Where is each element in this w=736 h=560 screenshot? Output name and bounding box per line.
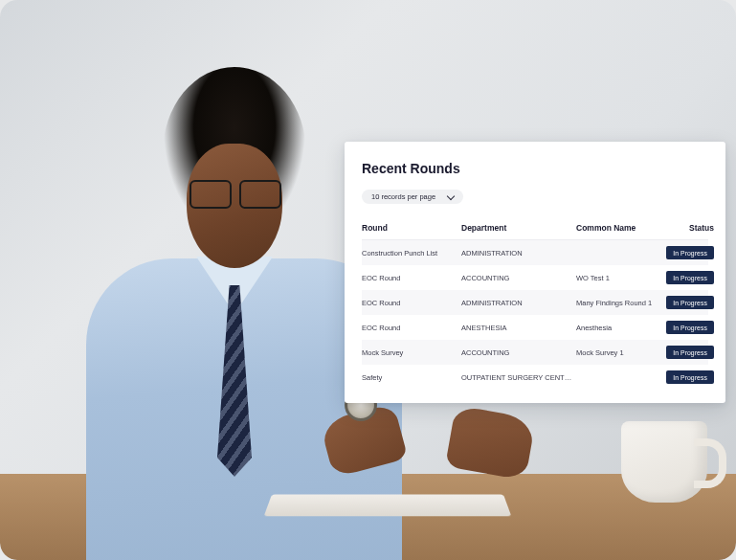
col-status[interactable]: Status — [664, 223, 714, 233]
cell-status: In Progress — [664, 346, 714, 359]
cell-common-name: Many Findings Round 1 — [576, 299, 664, 307]
table-row[interactable]: EOC RoundANESTHESIAAnesthesiaIn Progress — [362, 315, 708, 340]
cell-round: EOC Round — [362, 299, 461, 307]
coffee-mug — [621, 421, 707, 503]
table-header: Round Department Common Name Status — [362, 217, 708, 240]
cell-department: ACCOUNTING — [461, 348, 576, 357]
cell-round: Mock Survey — [362, 348, 461, 357]
chevron-down-icon — [447, 193, 454, 200]
keyboard — [264, 495, 512, 517]
status-badge[interactable]: In Progress — [666, 346, 714, 359]
cell-department: OUTPATIENT SURGERY CENTER — [461, 373, 576, 382]
cell-common-name: Anesthesia — [576, 324, 664, 332]
cell-common-name: WO Test 1 — [576, 274, 664, 282]
panel-title: Recent Rounds — [362, 161, 708, 176]
status-badge[interactable]: In Progress — [666, 321, 714, 334]
cell-status: In Progress — [664, 370, 714, 384]
cell-round: EOC Round — [362, 324, 461, 332]
col-department[interactable]: Department — [461, 223, 576, 233]
page-size-selector[interactable]: 10 records per page — [362, 190, 463, 204]
cell-department: ANESTHESIA — [461, 324, 576, 332]
cell-status: In Progress — [664, 271, 714, 284]
person-illustration — [48, 38, 373, 536]
recent-rounds-panel: Recent Rounds 10 records per page Round … — [345, 142, 725, 403]
cell-department: ADMINISTRATION — [461, 299, 576, 307]
table-row[interactable]: Mock SurveyACCOUNTINGMock Survey 1In Pro… — [362, 340, 708, 365]
cell-round: EOC Round — [362, 274, 461, 282]
cell-department: ADMINISTRATION — [461, 249, 576, 258]
table-row[interactable]: EOC RoundACCOUNTINGWO Test 1In Progress — [362, 265, 708, 290]
cell-common-name: Mock Survey 1 — [576, 348, 664, 357]
rounds-table: Round Department Common Name Status Cons… — [362, 217, 708, 390]
status-badge[interactable]: In Progress — [666, 296, 714, 309]
cell-round: Safety — [362, 373, 461, 382]
cell-status: In Progress — [664, 296, 714, 309]
table-row[interactable]: Construction Punch ListADMINISTRATIONIn … — [362, 240, 708, 265]
page-size-label: 10 records per page — [371, 192, 435, 201]
cell-department: ACCOUNTING — [461, 274, 576, 282]
col-round[interactable]: Round — [362, 223, 461, 233]
cell-status: In Progress — [664, 246, 714, 259]
table-body: Construction Punch ListADMINISTRATIONIn … — [362, 240, 708, 390]
table-row[interactable]: SafetyOUTPATIENT SURGERY CENTERIn Progre… — [362, 365, 708, 390]
table-row[interactable]: EOC RoundADMINISTRATIONMany Findings Rou… — [362, 290, 708, 315]
cell-round: Construction Punch List — [362, 249, 461, 258]
status-badge[interactable]: In Progress — [666, 370, 714, 384]
status-badge[interactable]: In Progress — [666, 271, 714, 284]
col-common-name[interactable]: Common Name — [576, 223, 664, 233]
status-badge[interactable]: In Progress — [666, 246, 714, 259]
cell-status: In Progress — [664, 321, 714, 334]
